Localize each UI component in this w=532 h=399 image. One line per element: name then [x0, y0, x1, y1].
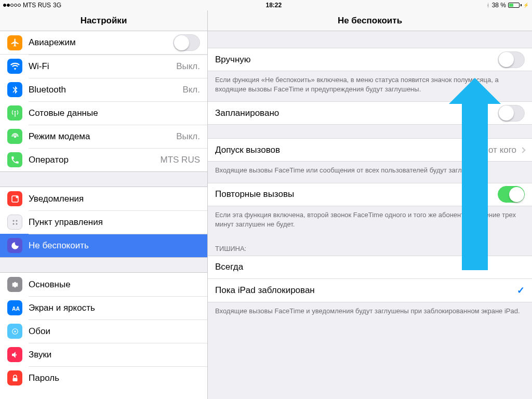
note-repeat: Если эта функция включена, второй звонок… [208, 206, 532, 236]
svg-text:AA: AA [12, 305, 20, 311]
lock-icon [7, 370, 22, 385]
sidebar-item-carrier[interactable]: Оператор MTS RUS [0, 148, 207, 171]
svg-point-4 [16, 220, 17, 221]
sidebar-item-label: Авиарежим [29, 37, 173, 48]
sidebar-item-label: Экран и яркость [29, 303, 200, 313]
carrier-name: MTS RUS [23, 2, 51, 9]
svg-point-6 [16, 223, 17, 224]
sidebar-item-sounds[interactable]: Звуки [0, 343, 207, 366]
signal-dots-icon [3, 4, 21, 7]
row-label: Всегда [215, 262, 525, 272]
bluetooth-icon: ᚼ [486, 2, 490, 8]
display-icon: AA [7, 300, 22, 315]
phone-icon [7, 152, 22, 167]
sidebar-item-notifications[interactable]: Уведомления [0, 187, 207, 210]
antenna-icon [7, 105, 22, 121]
svg-point-0 [14, 135, 16, 138]
section-header-silence: ТИШИНА: [208, 236, 532, 256]
sidebar-item-label: Звуки [29, 350, 200, 360]
manual-toggle[interactable] [498, 51, 525, 68]
row-silence-always[interactable]: Всегда [208, 256, 532, 279]
sidebar-item-display[interactable]: AA Экран и яркость [0, 296, 207, 320]
sidebar-item-airplane[interactable]: Авиарежим [0, 31, 207, 55]
sidebar-item-label: Уведомления [29, 194, 200, 204]
sidebar-item-wifi[interactable]: Wi-Fi Выкл. [0, 55, 207, 78]
sidebar-item-cellular[interactable]: Сотовые данные [0, 101, 207, 125]
wifi-icon [7, 59, 22, 74]
sidebar-item-wallpaper[interactable]: Обои [0, 320, 207, 343]
sidebar-item-label: Bluetooth [29, 85, 182, 95]
row-manual[interactable]: Вручную [208, 48, 532, 71]
dnd-panel: Вручную Если функция «Не беспокоить» вкл… [208, 31, 532, 399]
row-label: Повторные вызовы [215, 189, 498, 200]
sidebar-item-value: MTS RUS [161, 155, 201, 165]
notifications-icon [7, 191, 22, 206]
airplane-icon [7, 35, 22, 50]
row-label: Допуск вызовов [215, 145, 475, 155]
row-value: Ни от кого [475, 145, 516, 155]
row-silence-locked[interactable]: Пока iPad заблокирован ✓ [208, 279, 532, 302]
airplane-toggle[interactable] [173, 34, 200, 51]
status-time: 18:22 [265, 2, 282, 9]
sidebar-item-label: Не беспокоить [29, 241, 200, 251]
section-gap [0, 171, 207, 187]
sidebar-item-label: Wi-Fi [29, 61, 176, 72]
row-scheduled[interactable]: Запланировано [208, 101, 532, 125]
note-allow: Входящие вызовы FaceTime или сообщения о… [208, 162, 532, 182]
sidebar-item-control-center[interactable]: Пункт управления [0, 210, 207, 234]
svg-point-9 [14, 330, 16, 332]
sound-icon [7, 347, 22, 362]
row-allow-calls[interactable]: Допуск вызовов Ни от кого [208, 138, 532, 162]
scheduled-toggle[interactable] [498, 105, 525, 122]
svg-point-5 [12, 223, 14, 224]
svg-point-2 [16, 196, 18, 198]
sidebar-item-label: Основные [29, 280, 200, 290]
wallpaper-icon [7, 324, 22, 339]
sidebar-item-value: Выкл. [176, 61, 200, 72]
sidebar-item-label: Оператор [29, 155, 161, 165]
sidebar-item-label: Пункт управления [29, 217, 200, 228]
svg-rect-10 [12, 378, 17, 381]
sidebar-title: Настройки [0, 10, 208, 31]
sidebar-item-dnd[interactable]: Не беспокоить [0, 234, 207, 257]
sidebar-item-value: Выкл. [176, 131, 200, 142]
chevron-icon [520, 147, 525, 153]
row-label: Вручную [215, 55, 498, 65]
note-locked: Входящие вызовы FaceTime и уведомления б… [208, 302, 532, 323]
sidebar-item-bluetooth[interactable]: Bluetooth Вкл. [0, 78, 207, 101]
battery-icon: ⚡ [508, 3, 529, 8]
sidebar-item-hotspot[interactable]: Режим модема Выкл. [0, 125, 207, 148]
row-label: Пока iPad заблокирован [215, 285, 517, 296]
status-bar: MTS RUS 3G 18:22 ᚼ 38 % ⚡ [0, 0, 532, 10]
sidebar-item-label: Обои [29, 326, 200, 337]
bluetooth-icon [7, 82, 22, 97]
settings-sidebar: Авиарежим Wi-Fi Выкл. Bluetooth Вкл. Сот… [0, 31, 208, 399]
hotspot-icon [7, 129, 22, 144]
row-repeat-calls[interactable]: Повторные вызовы [208, 183, 532, 206]
battery-pct: 38 % [492, 2, 506, 9]
sidebar-item-label: Пароль [29, 373, 200, 383]
svg-point-3 [12, 220, 14, 221]
sidebar-item-general[interactable]: Основные [0, 273, 207, 296]
sidebar-item-label: Режим модема [29, 131, 176, 142]
moon-icon [7, 238, 22, 253]
gear-icon [7, 277, 22, 292]
note-manual: Если функция «Не беспокоить» включена, в… [208, 71, 532, 101]
checkmark-icon: ✓ [517, 285, 525, 296]
sidebar-item-value: Вкл. [182, 85, 200, 95]
control-center-icon [7, 215, 22, 230]
row-label: Запланировано [215, 108, 498, 118]
repeat-toggle[interactable] [498, 186, 525, 203]
sidebar-item-label: Сотовые данные [29, 108, 200, 118]
section-gap [0, 257, 207, 273]
network-type: 3G [53, 2, 61, 9]
page-title: Не беспокоить [208, 10, 532, 31]
sidebar-item-passcode[interactable]: Пароль [0, 366, 207, 390]
